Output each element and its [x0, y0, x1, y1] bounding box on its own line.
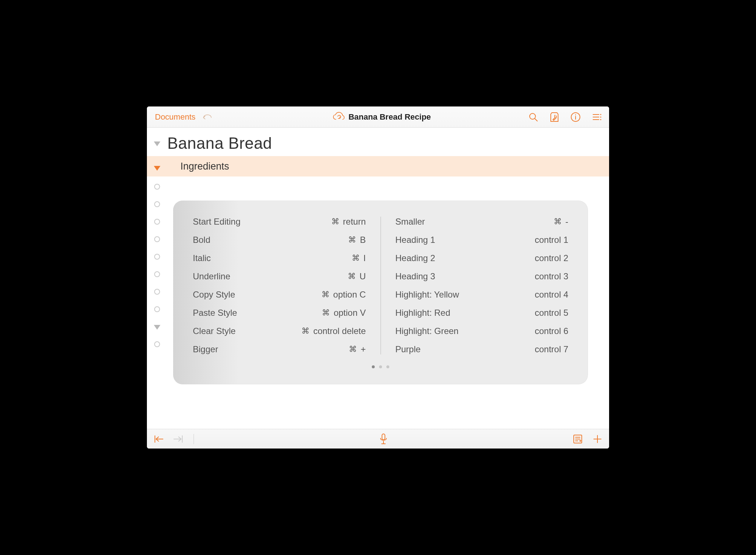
- command-symbol-icon: ⌘: [322, 290, 330, 299]
- tools-icon[interactable]: [549, 112, 560, 122]
- page-dot[interactable]: [372, 365, 375, 368]
- svg-line-1: [535, 119, 537, 121]
- shortcut-label: Highlight: Red: [395, 308, 451, 318]
- command-symbol-icon: ⌘: [348, 235, 356, 245]
- page-dot[interactable]: [386, 365, 389, 368]
- shortcut-key: control 4: [535, 290, 568, 300]
- shortcuts-right-column: Smaller⌘-Heading 1control 1Heading 2cont…: [395, 217, 569, 354]
- outline-menu-icon[interactable]: [592, 112, 602, 122]
- shortcut-label: Purple: [395, 344, 421, 354]
- shortcut-label: Smaller: [395, 217, 425, 227]
- disclosure-triangle-icon[interactable]: [154, 166, 160, 171]
- documents-back-button[interactable]: Documents: [155, 112, 195, 122]
- shortcut-key: ⌘B: [348, 235, 366, 245]
- title-row[interactable]: Banana Bread: [147, 128, 609, 156]
- ingredients-row[interactable]: Ingredients: [147, 156, 609, 176]
- shortcut-row: Copy Style⌘option C: [193, 290, 366, 300]
- toolbar-left-group: Documents: [155, 112, 235, 122]
- toolbar-right-group: [528, 112, 604, 122]
- bullet-icon[interactable]: [154, 201, 160, 207]
- shortcut-key: control 7: [535, 344, 568, 354]
- shortcut-key: ⌘U: [348, 271, 366, 282]
- shortcut-row: Start Editing⌘return: [193, 217, 366, 227]
- shortcut-key: control 2: [535, 253, 568, 263]
- shortcut-row: Underline⌘U: [193, 271, 366, 282]
- shortcut-key: ⌘option V: [322, 308, 366, 318]
- shortcut-label: Bold: [193, 235, 210, 245]
- microphone-icon[interactable]: [379, 433, 388, 445]
- command-symbol-icon: ⌘: [301, 326, 309, 336]
- shortcut-row: Smaller⌘-: [395, 217, 569, 227]
- shortcut-label: Underline: [193, 271, 230, 282]
- shortcut-key: control 1: [535, 235, 568, 245]
- shortcut-row: Heading 3control 3: [395, 271, 569, 282]
- svg-rect-15: [382, 434, 385, 440]
- shortcut-label: Clear Style: [193, 326, 235, 336]
- disclosure-triangle-icon[interactable]: [154, 325, 160, 330]
- cloud-sync-icon: [332, 111, 345, 123]
- shortcut-label: Paste Style: [193, 308, 237, 318]
- shortcut-row: Italic⌘I: [193, 253, 366, 263]
- command-symbol-icon: ⌘: [331, 217, 339, 226]
- undo-icon[interactable]: [202, 112, 212, 122]
- bullet-icon[interactable]: [154, 219, 160, 225]
- outdent-icon[interactable]: [153, 435, 164, 443]
- shortcut-row: Bold⌘B: [193, 235, 366, 245]
- shortcut-label: Heading 3: [395, 271, 435, 282]
- command-symbol-icon: ⌘: [554, 217, 562, 226]
- shortcut-row: Bigger⌘+: [193, 344, 366, 354]
- shortcut-key: control 5: [535, 308, 568, 318]
- shortcut-key: control 6: [535, 326, 568, 336]
- document-content: Banana Bread Ingredients Start Editing⌘r…: [147, 128, 609, 429]
- outline-row[interactable]: [147, 176, 609, 194]
- command-symbol-icon: ⌘: [349, 345, 357, 354]
- shortcut-row: Highlight: Yellowcontrol 4: [395, 290, 569, 300]
- svg-point-3: [575, 114, 576, 115]
- shortcut-label: Start Editing: [193, 217, 241, 227]
- note-icon[interactable]: [573, 434, 583, 444]
- shortcut-label: Heading 2: [395, 253, 435, 263]
- shortcut-row: Purplecontrol 7: [395, 344, 569, 354]
- command-symbol-icon: ⌘: [352, 253, 360, 263]
- shortcut-row: Highlight: Redcontrol 5: [395, 308, 569, 318]
- shortcut-label: Bigger: [193, 344, 218, 354]
- bullet-icon[interactable]: [154, 254, 160, 260]
- bullet-icon[interactable]: [154, 271, 160, 277]
- disclosure-triangle-icon[interactable]: [154, 141, 160, 146]
- shortcut-key: ⌘-: [554, 217, 568, 227]
- shortcut-key: ⌘option C: [322, 290, 366, 300]
- page-title[interactable]: Banana Bread: [167, 128, 272, 156]
- add-icon[interactable]: [592, 434, 603, 444]
- bottom-toolbar: [147, 429, 609, 449]
- indent-icon[interactable]: [172, 435, 183, 443]
- bullet-icon[interactable]: [154, 289, 160, 295]
- shortcut-key: ⌘I: [352, 253, 366, 263]
- shortcut-row: Clear Style⌘control delete: [193, 326, 366, 336]
- page-dots[interactable]: [193, 365, 568, 368]
- shortcut-label: Highlight: Yellow: [395, 290, 459, 300]
- page-dot[interactable]: [379, 365, 382, 368]
- shortcut-label: Heading 1: [395, 235, 435, 245]
- svg-point-10: [600, 119, 601, 120]
- shortcut-row: Paste Style⌘option V: [193, 308, 366, 318]
- bullet-icon[interactable]: [154, 341, 160, 347]
- bullet-icon[interactable]: [154, 236, 160, 242]
- shortcut-row: Highlight: Greencontrol 6: [395, 326, 569, 336]
- shortcut-label: Italic: [193, 253, 211, 263]
- ingredients-label[interactable]: Ingredients: [167, 161, 229, 172]
- svg-point-8: [600, 116, 601, 117]
- shortcuts-left-column: Start Editing⌘returnBold⌘BItalic⌘IUnderl…: [193, 217, 366, 354]
- shortcut-key: ⌘control delete: [301, 326, 366, 336]
- shortcut-key: control 3: [535, 271, 568, 282]
- shortcut-row: Heading 2control 2: [395, 253, 569, 263]
- app-window: Documents Banana Bread Recipe: [147, 106, 609, 449]
- search-icon[interactable]: [528, 112, 538, 122]
- document-title: Banana Bread Recipe: [348, 112, 431, 122]
- top-toolbar: Documents Banana Bread Recipe: [147, 106, 609, 128]
- shortcut-key: ⌘+: [349, 344, 366, 354]
- column-divider: [381, 217, 381, 354]
- info-icon[interactable]: [570, 112, 581, 122]
- shortcut-label: Copy Style: [193, 290, 235, 300]
- bullet-icon[interactable]: [154, 184, 160, 190]
- bullet-icon[interactable]: [154, 306, 160, 312]
